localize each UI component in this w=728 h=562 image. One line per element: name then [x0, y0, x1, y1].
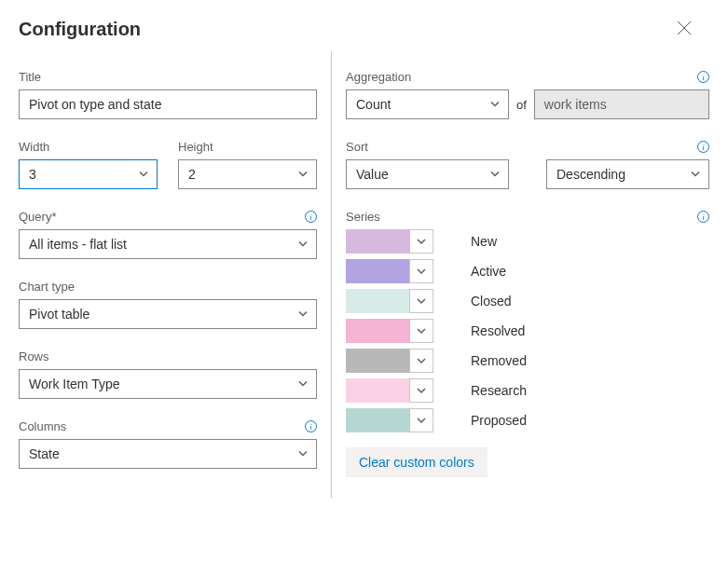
series-row: Closed	[346, 289, 709, 313]
color-swatch	[346, 229, 409, 254]
sort-select[interactable]: Value	[346, 159, 509, 189]
series-row: Research	[346, 378, 709, 403]
query-label: Query*	[19, 210, 56, 224]
rows-select[interactable]: Work Item Type	[19, 369, 317, 399]
close-icon	[677, 21, 692, 35]
series-label: Proposed	[471, 413, 527, 428]
color-swatch	[346, 319, 409, 343]
series-row: Resolved	[346, 319, 709, 343]
chevron-down-icon	[417, 267, 426, 276]
of-text: of	[516, 98, 527, 112]
info-icon[interactable]	[697, 71, 709, 83]
series-row: Active	[346, 259, 709, 283]
page-title: Configuration	[19, 19, 141, 40]
query-select[interactable]: All items - flat list	[19, 229, 317, 259]
color-dropdown[interactable]	[409, 319, 433, 343]
columns-select[interactable]: State	[19, 439, 317, 469]
sort-label: Sort	[346, 140, 368, 154]
series-row: Removed	[346, 349, 709, 373]
chevron-down-icon	[417, 296, 426, 306]
color-swatch	[346, 378, 409, 403]
series-label: Series	[346, 210, 380, 224]
color-swatch	[346, 408, 409, 432]
series-row: New	[346, 229, 709, 254]
color-dropdown[interactable]	[409, 378, 433, 403]
title-label: Title	[19, 70, 41, 84]
color-swatch	[346, 349, 409, 373]
clear-custom-colors-button[interactable]: Clear custom colors	[346, 447, 488, 477]
color-swatch	[346, 289, 409, 313]
chevron-down-icon	[417, 386, 426, 395]
color-dropdown[interactable]	[409, 408, 433, 432]
color-dropdown[interactable]	[409, 259, 433, 283]
chevron-down-icon	[417, 356, 426, 365]
color-dropdown[interactable]	[409, 229, 433, 254]
series-label: Resolved	[471, 323, 525, 338]
chevron-down-icon	[417, 237, 426, 246]
info-icon[interactable]	[697, 211, 709, 223]
info-icon[interactable]	[697, 141, 709, 153]
height-select[interactable]: 2	[178, 159, 317, 189]
series-label: Research	[471, 383, 527, 398]
info-icon[interactable]	[305, 211, 317, 223]
sort-direction-select[interactable]: Descending	[546, 159, 709, 189]
columns-label: Columns	[19, 419, 66, 433]
series-row: Proposed	[346, 408, 709, 432]
width-label: Width	[19, 140, 49, 154]
close-button[interactable]	[673, 17, 695, 42]
chart-type-label: Chart type	[19, 280, 75, 294]
height-label: Height	[178, 140, 213, 154]
series-label: New	[471, 234, 497, 249]
aggregation-label: Aggregation	[346, 70, 411, 84]
series-label: Removed	[471, 353, 527, 368]
chart-type-select[interactable]: Pivot table	[19, 299, 317, 329]
color-swatch	[346, 259, 409, 283]
color-dropdown[interactable]	[409, 349, 433, 373]
chevron-down-icon	[417, 326, 426, 336]
info-icon[interactable]	[305, 420, 317, 432]
series-label: Active	[471, 264, 506, 279]
aggregation-select[interactable]: Count	[346, 89, 509, 119]
color-dropdown[interactable]	[409, 289, 433, 313]
series-label: Closed	[471, 294, 512, 308]
rows-label: Rows	[19, 350, 49, 363]
width-select[interactable]: 3	[19, 159, 158, 189]
chevron-down-icon	[417, 416, 426, 425]
title-input[interactable]	[19, 89, 317, 119]
aggregation-target-select: work items	[534, 89, 709, 119]
